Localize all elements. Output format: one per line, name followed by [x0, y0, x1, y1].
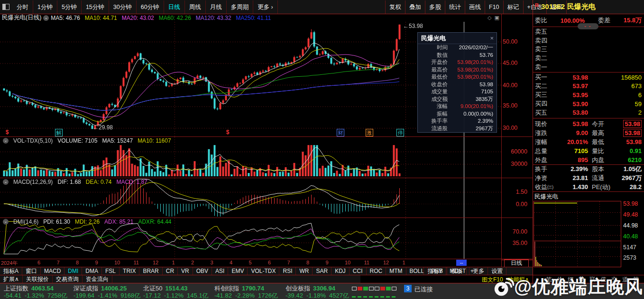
index-quote[interactable]: 深证成指14006.25-199.64-1.41%9168亿 — [74, 284, 145, 293]
chevron-down-icon[interactable]: ⌄ — [3, 138, 9, 144]
x-axis-label: 9 — [95, 260, 98, 265]
sell-row[interactable]: 卖二 — [533, 54, 644, 63]
function-tab[interactable]: 关联报价 — [23, 275, 53, 283]
index-quote[interactable]: 北证501514.43-17.12-1.12%145.1亿 — [143, 284, 214, 293]
connection-count-badge[interactable]: 3 — [404, 285, 412, 292]
event-marker-icon[interactable]: 解 — [55, 129, 63, 136]
indicator-tab[interactable]: ROC — [367, 267, 386, 275]
indicator-tab[interactable]: FSL — [102, 267, 120, 275]
function-tab[interactable]: 交易查询 — [53, 275, 83, 283]
period-tabs: 分时1分钟5分钟15分钟30分钟60分钟日线周线月线多周期更多 › — [12, 0, 278, 14]
sell-row[interactable]: 卖一 — [533, 63, 644, 72]
indicator-tab[interactable]: VR — [178, 267, 193, 275]
function-tab[interactable]: 扩展∧ — [0, 275, 23, 283]
indicator-tab[interactable]: 窗口 — [22, 267, 41, 275]
tooltip-title: 民爆光电 × — [418, 33, 497, 44]
indicator-tab[interactable]: OBV — [193, 267, 212, 275]
tooltip-row: 时间2026/02/02/一 — [418, 44, 497, 52]
indicator-tab[interactable]: 模板 — [447, 267, 466, 275]
indicator-tab[interactable]: DMI — [64, 267, 82, 275]
x-axis-label: 6 — [268, 260, 271, 265]
indicator-tab[interactable]: 指标B — [423, 267, 447, 275]
toolbar-button[interactable]: 复权 — [385, 0, 405, 14]
toolbar-button[interactable]: 统计 — [445, 0, 465, 14]
collapse-handle[interactable]: ⌄⌄ — [578, 23, 598, 29]
mini-axis-label: 40.48 — [623, 233, 643, 240]
ma-value: MA120: 43.32 — [196, 15, 231, 21]
close-icon[interactable]: × — [490, 33, 494, 44]
tooltip-row: 换手率2.39% — [418, 118, 497, 125]
period-tab[interactable]: 分时 — [12, 0, 33, 14]
indicator-tab[interactable]: 设置 — [488, 267, 506, 275]
indicator-tab[interactable]: CR — [163, 267, 178, 275]
period-tab[interactable]: 15分钟 — [82, 0, 109, 14]
indicator-tab[interactable]: VOL-TDX — [248, 267, 279, 275]
pane-header-value: DMI(14,6) — [13, 218, 38, 225]
event-marker-icon[interactable]: $ — [6, 129, 9, 136]
function-tab[interactable]: 资金流向 — [83, 275, 112, 283]
indicator-tab[interactable]: TRIX — [120, 267, 139, 275]
toolbar-button[interactable]: 多股 — [425, 0, 445, 14]
period-tab[interactable]: 更多 › — [253, 0, 278, 14]
indicator-tab[interactable]: + — [466, 267, 478, 275]
event-marker-icon[interactable]: $ — [226, 129, 230, 136]
buy-row[interactable]: 买三53.956 — [533, 91, 644, 100]
window-icon[interactable] — [2, 4, 9, 10]
chevron-down-icon[interactable]: ⌄ — [43, 15, 49, 21]
indicator-tab[interactable]: WR — [296, 267, 313, 275]
connection-status: 已连接 — [414, 285, 433, 294]
index-quote[interactable]: 创业板指3306.94-39.42-1.18%4527亿 — [285, 284, 357, 293]
indicator-tab[interactable]: - — [478, 267, 488, 275]
event-marker-icon[interactable]: 财 — [337, 129, 344, 136]
weibo-eye-icon — [492, 276, 514, 298]
period-tab[interactable]: 30分钟 — [109, 0, 137, 14]
x-axis-label: 10 — [345, 260, 350, 265]
quote-info-row: 换手2.39%股本1.05亿 — [533, 164, 644, 173]
period-tab[interactable]: 月线 — [206, 0, 227, 14]
period-tab[interactable]: 多周期 — [227, 0, 254, 14]
pane-header-value: ADX: 85.21 — [104, 218, 133, 225]
buy-row[interactable]: 买一53.98156850 — [533, 73, 644, 82]
sell-row[interactable]: 卖三 — [533, 45, 644, 54]
indicator-tab[interactable]: KDJ — [331, 267, 350, 275]
indicator-tab[interactable]: 指标A — [0, 267, 22, 275]
indicator-tab[interactable]: RSI — [279, 267, 296, 275]
indicator-tab[interactable]: DMA — [82, 267, 102, 275]
event-marker-icon[interactable]: 停 — [396, 129, 404, 136]
tooltip-row: 收盘价53.98 — [418, 81, 497, 89]
indicator-tab[interactable]: SAR — [313, 267, 331, 275]
period-tab[interactable]: 周线 — [185, 0, 206, 14]
period-indicator[interactable]: 日线 — [504, 259, 529, 267]
buy-row[interactable]: 买二53.97673 — [533, 82, 644, 91]
chevron-down-icon[interactable]: ⌄ — [3, 179, 9, 185]
period-tab[interactable]: 5分钟 — [57, 0, 82, 14]
stock-header: R301362民爆光电 — [535, 2, 596, 11]
indicator-tab[interactable]: EMV — [228, 267, 248, 275]
margin-flag: R — [535, 2, 539, 8]
indicator-tab[interactable]: ASI — [212, 267, 228, 275]
tooltip-row: 振幅0.00(0.00%) — [418, 110, 497, 118]
indicator-tab[interactable]: MACD — [41, 267, 64, 275]
indicator-tab[interactable]: BRAR — [139, 267, 162, 275]
period-tab[interactable]: 日线 — [164, 0, 185, 14]
toolbar-button[interactable]: 叠加 — [405, 0, 425, 14]
x-axis-label: 11 — [364, 260, 369, 265]
index-quote[interactable]: 上证指数4063.54-54.41-1.32%7258亿 — [4, 284, 75, 293]
toolbar-button[interactable]: 标记 — [503, 0, 523, 14]
pane-corner-icons[interactable]: ◇▣ — [488, 15, 502, 21]
buy-row[interactable]: 买四53.9059 — [533, 100, 644, 109]
sell-row[interactable]: 卖四 — [533, 36, 644, 45]
pane-header-value: VOL-TDX(5,10) — [13, 137, 53, 144]
buy-row[interactable]: 买五53.802 — [533, 108, 644, 117]
toolbar-button[interactable]: F10 — [485, 0, 503, 14]
mini-chart-canvas[interactable] — [534, 201, 621, 270]
chevron-down-icon[interactable]: ⌄ — [3, 219, 9, 225]
toolbar-button[interactable]: 画线 — [465, 0, 485, 14]
indicator-axis-label: 0.00 — [503, 201, 527, 208]
period-tab[interactable]: 60分钟 — [137, 0, 164, 14]
indicator-tab[interactable]: MTM — [386, 267, 406, 275]
index-quote[interactable]: 科创综指1790.74-41.82-2.28%1726亿 — [214, 284, 285, 293]
period-tab[interactable]: 1分钟 — [33, 0, 57, 14]
event-marker-icon[interactable]: 激 — [366, 129, 373, 136]
indicator-tab[interactable]: CCI — [350, 267, 367, 275]
